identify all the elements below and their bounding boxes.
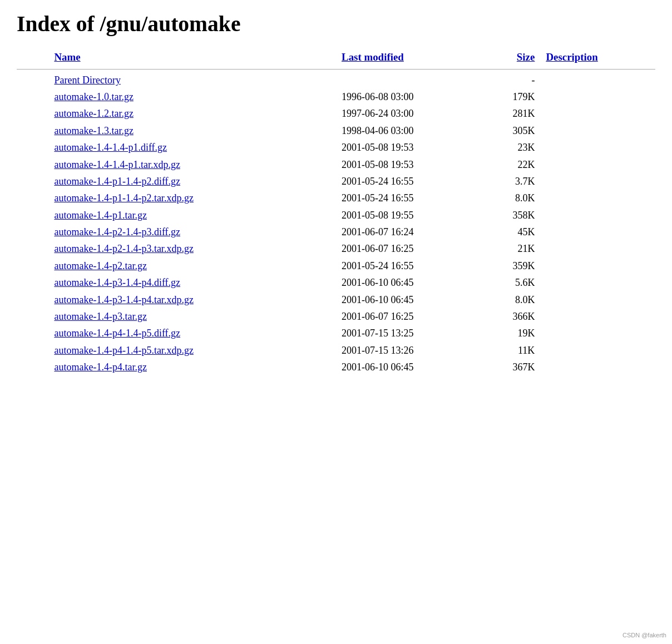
icon-column-header	[17, 48, 48, 67]
file-icon-cell	[17, 140, 48, 156]
file-description-cell	[540, 224, 655, 240]
file-icon-cell	[17, 342, 48, 359]
file-size-cell: 5.6K	[490, 275, 541, 291]
file-link[interactable]: Parent Directory	[54, 75, 120, 86]
file-link[interactable]: automake-1.4-p4.tar.gz	[54, 361, 146, 373]
file-name-cell: automake-1.4-p1-1.4-p2.diff.gz	[48, 173, 336, 190]
file-modified-cell: 1996-06-08 03:00	[336, 88, 490, 105]
file-link[interactable]: automake-1.3.tar.gz	[54, 125, 133, 136]
file-size-cell: 11K	[490, 342, 541, 359]
file-icon-cell	[17, 122, 48, 139]
file-description-cell	[540, 342, 655, 359]
file-name-cell: automake-1.4-1.4-p1.tar.xdp.gz	[48, 156, 336, 173]
file-size-cell: 45K	[490, 224, 541, 240]
file-link[interactable]: automake-1.0.tar.gz	[54, 91, 133, 102]
table-row: automake-1.2.tar.gz1997-06-24 03:00281K	[17, 106, 655, 122]
table-row: automake-1.4-p2.tar.gz2001-05-24 16:5535…	[17, 257, 655, 274]
file-link[interactable]: automake-1.4-p2.tar.gz	[54, 260, 146, 271]
file-name-cell: automake-1.4-p1-1.4-p2.tar.xdp.gz	[48, 190, 336, 207]
file-modified-cell: 2001-06-10 06:45	[336, 291, 490, 308]
file-description-cell	[540, 122, 655, 139]
file-icon-cell	[17, 173, 48, 190]
file-icon-cell	[17, 72, 48, 88]
file-modified-cell: 2001-06-07 16:24	[336, 224, 490, 240]
file-size-cell: 367K	[490, 359, 541, 375]
file-name-cell: automake-1.4-p3-1.4-p4.tar.xdp.gz	[48, 291, 336, 308]
table-row: automake-1.4-p4-1.4-p5.tar.xdp.gz2001-07…	[17, 342, 655, 359]
size-column-header: Size	[490, 48, 541, 67]
file-modified-cell: 1997-06-24 03:00	[336, 106, 490, 122]
table-row: automake-1.3.tar.gz1998-04-06 03:00305K	[17, 122, 655, 139]
page-title: Index of /gnu/automake	[17, 11, 655, 37]
file-description-cell	[540, 291, 655, 308]
file-modified-cell: 2001-05-08 19:55	[336, 207, 490, 224]
file-name-cell: automake-1.4-p4.tar.gz	[48, 359, 336, 375]
file-link[interactable]: automake-1.4-p1-1.4-p2.tar.xdp.gz	[54, 192, 193, 204]
file-name-cell: automake-1.4-p3.tar.gz	[48, 308, 336, 325]
file-link[interactable]: automake-1.4-p4-1.4-p5.diff.gz	[54, 328, 180, 339]
file-icon-cell	[17, 190, 48, 207]
file-size-cell: 179K	[490, 88, 541, 105]
file-name-cell: automake-1.2.tar.gz	[48, 106, 336, 122]
file-description-cell	[540, 173, 655, 190]
file-name-cell: automake-1.3.tar.gz	[48, 122, 336, 139]
file-description-cell	[540, 190, 655, 207]
file-name-cell: automake-1.4-p4-1.4-p5.diff.gz	[48, 325, 336, 342]
description-sort-link[interactable]: Description	[546, 51, 597, 63]
file-name-cell: automake-1.0.tar.gz	[48, 88, 336, 105]
modified-sort-link[interactable]: Last modified	[342, 51, 404, 63]
table-row: automake-1.4-p4-1.4-p5.diff.gz2001-07-15…	[17, 325, 655, 342]
file-modified-cell: 2001-07-15 13:25	[336, 325, 490, 342]
header-divider-row	[17, 67, 655, 72]
table-row: automake-1.4-1.4-p1.tar.xdp.gz2001-05-08…	[17, 156, 655, 173]
file-description-cell	[540, 106, 655, 122]
size-sort-link[interactable]: Size	[517, 51, 535, 63]
file-icon-cell	[17, 325, 48, 342]
file-description-cell	[540, 140, 655, 156]
table-row: automake-1.4-1.4-p1.diff.gz2001-05-08 19…	[17, 140, 655, 156]
table-row: automake-1.4-p3-1.4-p4.diff.gz2001-06-10…	[17, 275, 655, 291]
file-icon-cell	[17, 257, 48, 274]
file-link[interactable]: automake-1.2.tar.gz	[54, 108, 133, 119]
file-modified-cell: 2001-05-08 19:53	[336, 140, 490, 156]
file-link[interactable]: automake-1.4-p3.tar.gz	[54, 311, 146, 322]
file-link[interactable]: automake-1.4-p3-1.4-p4.tar.xdp.gz	[54, 294, 193, 305]
file-icon-cell	[17, 308, 48, 325]
file-link[interactable]: automake-1.4-p1.tar.gz	[54, 210, 146, 221]
file-link[interactable]: automake-1.4-p2-1.4-p3.tar.xdp.gz	[54, 243, 193, 254]
file-modified-cell: 2001-06-07 16:25	[336, 308, 490, 325]
name-sort-link[interactable]: Name	[54, 51, 80, 63]
file-icon-cell	[17, 241, 48, 257]
file-icon-cell	[17, 106, 48, 122]
file-modified-cell: 2001-07-15 13:26	[336, 342, 490, 359]
file-size-cell: -	[490, 72, 541, 88]
file-modified-cell: 2001-06-10 06:45	[336, 275, 490, 291]
modified-column-header: Last modified	[336, 48, 490, 67]
table-row: Parent Directory-	[17, 72, 655, 88]
file-link[interactable]: automake-1.4-p1-1.4-p2.diff.gz	[54, 176, 180, 187]
file-link[interactable]: automake-1.4-p2-1.4-p3.diff.gz	[54, 226, 180, 237]
file-icon-cell	[17, 207, 48, 224]
file-name-cell: automake-1.4-p2-1.4-p3.tar.xdp.gz	[48, 241, 336, 257]
table-row: automake-1.4-p2-1.4-p3.tar.xdp.gz2001-06…	[17, 241, 655, 257]
file-modified-cell: 2001-05-08 19:53	[336, 156, 490, 173]
file-name-cell: Parent Directory	[48, 72, 336, 88]
file-size-cell: 305K	[490, 122, 541, 139]
file-link[interactable]: automake-1.4-p4-1.4-p5.tar.xdp.gz	[54, 345, 193, 356]
file-size-cell: 366K	[490, 308, 541, 325]
file-size-cell: 3.7K	[490, 173, 541, 190]
file-name-cell: automake-1.4-p1.tar.gz	[48, 207, 336, 224]
table-row: automake-1.4-p1-1.4-p2.tar.xdp.gz2001-05…	[17, 190, 655, 207]
file-link[interactable]: automake-1.4-p3-1.4-p4.diff.gz	[54, 277, 180, 288]
file-modified-cell: 2001-06-10 06:45	[336, 359, 490, 375]
file-description-cell	[540, 325, 655, 342]
file-size-cell: 19K	[490, 325, 541, 342]
file-link[interactable]: automake-1.4-1.4-p1.tar.xdp.gz	[54, 159, 180, 170]
file-size-cell: 359K	[490, 257, 541, 274]
file-modified-cell: 2001-06-07 16:25	[336, 241, 490, 257]
file-modified-cell: 1998-04-06 03:00	[336, 122, 490, 139]
file-name-cell: automake-1.4-1.4-p1.diff.gz	[48, 140, 336, 156]
header-divider	[17, 69, 655, 70]
file-size-cell: 22K	[490, 156, 541, 173]
file-link[interactable]: automake-1.4-1.4-p1.diff.gz	[54, 142, 167, 153]
